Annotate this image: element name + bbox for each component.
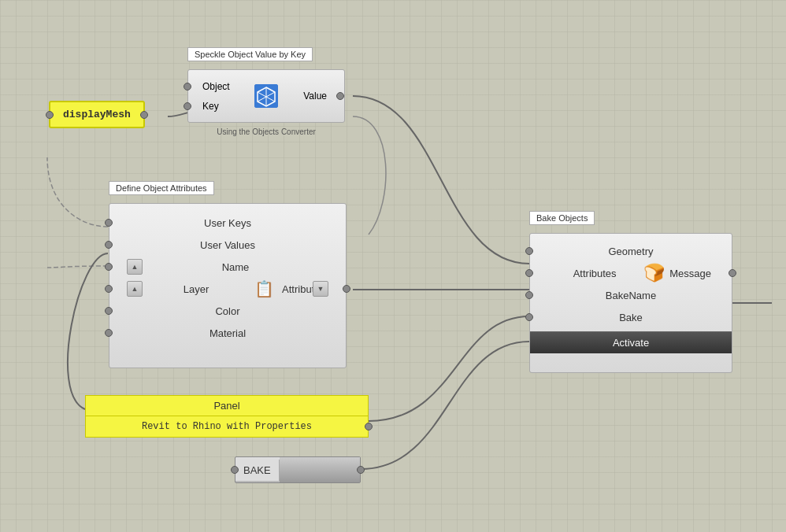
panel-body: Revit to Rhino with Properties	[85, 416, 369, 438]
bake-btn-label: BAKE	[235, 460, 280, 481]
bake-row-attributes: Attributes 🍞 Message	[530, 262, 732, 284]
speckle-object-port[interactable]	[184, 83, 191, 91]
display-mesh-node: displayMesh	[49, 101, 145, 128]
bake-message-port[interactable]	[729, 269, 736, 277]
define-user-keys-port[interactable]	[105, 219, 113, 227]
define-attrs-node: Define Object Attributes User Keys User …	[109, 203, 347, 368]
panel-content-text: Revit to Rhino with Properties	[142, 421, 312, 432]
bake-btn-body: BAKE	[235, 456, 361, 483]
display-mesh-port-left[interactable]	[46, 111, 54, 119]
panel-right-port[interactable]	[365, 423, 373, 430]
bake-objects-label-text: Bake Objects	[536, 213, 588, 223]
speckle-object-label: Object	[202, 81, 230, 92]
speckle-cube-icon	[254, 84, 278, 108]
bake-row-geometry: Geometry	[530, 240, 732, 262]
define-row-user-keys: User Keys	[109, 212, 346, 234]
display-mesh-port-right[interactable]	[140, 111, 148, 119]
bake-objects-body: Geometry Attributes 🍞 Message BakeName B…	[529, 233, 732, 373]
define-row-material: Material	[109, 322, 346, 344]
define-material-port[interactable]	[105, 329, 113, 337]
define-layer-port[interactable]	[105, 285, 113, 293]
define-attrs-body: User Keys User Values ▲ Name ▲ Layer 📋 A…	[109, 203, 347, 368]
display-mesh-text: displayMesh	[63, 109, 131, 120]
activate-button[interactable]: Activate	[530, 331, 732, 353]
bake-btn-right-port[interactable]	[357, 466, 365, 474]
define-attrs-label-text: Define Object Attributes	[116, 183, 207, 193]
speckle-key-label: Key	[202, 101, 219, 112]
speckle-value-label: Value	[303, 91, 327, 102]
define-name-port[interactable]	[105, 263, 113, 271]
bake-geometry-port[interactable]	[525, 247, 533, 255]
panel-node: Panel Revit to Rhino with Properties	[85, 395, 369, 438]
bake-row-bakename: BakeName	[530, 284, 732, 306]
bake-bakename-port[interactable]	[525, 291, 533, 299]
bake-button-node: BAKE	[235, 456, 361, 483]
define-row-user-values: User Values	[109, 234, 346, 256]
speckle-node-body: Object Key Value U	[187, 69, 345, 123]
define-color-port[interactable]	[105, 307, 113, 315]
define-row-name: ▲ Name	[109, 256, 346, 278]
bake-objects-label: Bake Objects	[529, 211, 595, 225]
define-name-up-btn[interactable]: ▲	[127, 259, 143, 275]
attrs-icon: 📋	[254, 279, 274, 298]
bread-icon: 🍞	[643, 263, 665, 283]
bake-btn-left-port[interactable]	[231, 466, 239, 474]
speckle-node: Speckle Object Value by Key Object Key	[187, 69, 345, 123]
speckle-subtitle: Using the Objects Converter	[188, 127, 344, 136]
define-row-layer: ▲ Layer 📋 Attributes ▼	[109, 278, 346, 300]
define-row-color: Color	[109, 300, 346, 322]
bake-attributes-port[interactable]	[525, 269, 533, 277]
define-layer-up-btn[interactable]: ▲	[127, 281, 143, 297]
bake-objects-node: Bake Objects Geometry Attributes 🍞 Messa…	[529, 233, 732, 373]
define-attrs-label: Define Object Attributes	[109, 181, 214, 195]
speckle-value-port[interactable]	[336, 92, 344, 100]
bake-bake-port[interactable]	[525, 313, 533, 321]
bake-row-bake: Bake	[530, 306, 732, 328]
speckle-label-text: Speckle Object Value by Key	[195, 50, 306, 59]
speckle-key-port[interactable]	[184, 102, 191, 110]
speckle-node-label: Speckle Object Value by Key	[187, 47, 313, 61]
define-attrs-out-port[interactable]	[343, 285, 350, 293]
bake-btn-slider[interactable]	[280, 457, 360, 482]
define-attrs-down-btn[interactable]: ▼	[313, 281, 328, 297]
display-mesh-label: displayMesh	[49, 101, 145, 128]
panel-title: Panel	[85, 395, 369, 416]
define-user-values-port[interactable]	[105, 241, 113, 249]
